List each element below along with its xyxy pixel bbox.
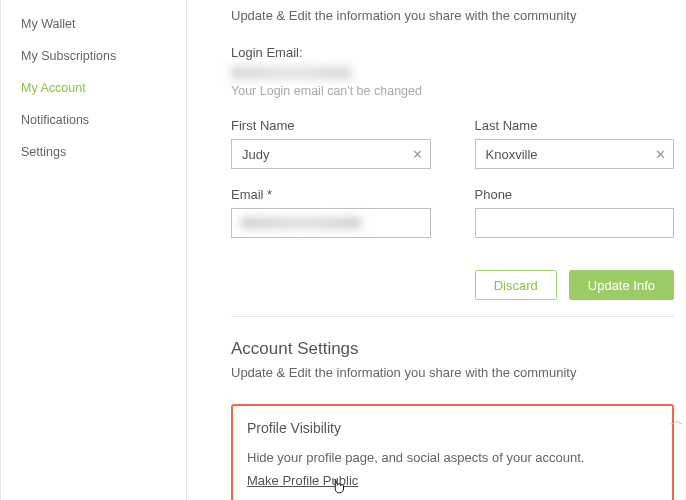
profile-visibility-title: Profile Visibility xyxy=(247,420,658,436)
email-label: Email * xyxy=(231,187,431,202)
phone-input[interactable] xyxy=(475,208,675,238)
sidebar-item-subscriptions[interactable]: My Subscriptions xyxy=(1,40,186,72)
first-name-input[interactable] xyxy=(231,139,431,169)
login-email-value-redacted xyxy=(231,66,351,80)
sidebar-nav: My Wallet My Subscriptions My Account No… xyxy=(0,0,187,500)
last-name-input[interactable] xyxy=(475,139,675,169)
make-profile-public-link[interactable]: Make Profile Public xyxy=(247,473,358,488)
profile-visibility-desc: Hide your profile page, and social aspec… xyxy=(247,450,658,465)
divider xyxy=(231,316,674,317)
sidebar-item-settings[interactable]: Settings xyxy=(1,136,186,168)
section-desc: Update & Edit the information you share … xyxy=(231,8,674,23)
phone-label: Phone xyxy=(475,187,675,202)
last-name-label: Last Name xyxy=(475,118,675,133)
login-email-label: Login Email: xyxy=(231,45,674,60)
profile-visibility-card: Profile Visibility Hide your profile pag… xyxy=(231,404,674,500)
clear-first-name-icon[interactable]: ✕ xyxy=(412,148,423,161)
clear-last-name-icon[interactable]: ✕ xyxy=(655,148,666,161)
account-settings-title: Account Settings xyxy=(231,339,674,359)
discard-button[interactable]: Discard xyxy=(475,270,557,300)
main-content: Update & Edit the information you share … xyxy=(187,0,686,500)
sidebar-item-notifications[interactable]: Notifications xyxy=(1,104,186,136)
sidebar-item-account[interactable]: My Account xyxy=(1,72,186,104)
email-value-redacted xyxy=(241,217,361,229)
login-email-hint: Your Login email can't be changed xyxy=(231,84,674,98)
first-name-label: First Name xyxy=(231,118,431,133)
sidebar-item-wallet[interactable]: My Wallet xyxy=(1,8,186,40)
collapse-chevron-icon[interactable]: ︿ xyxy=(670,412,684,430)
update-info-button[interactable]: Update Info xyxy=(569,270,674,300)
account-settings-desc: Update & Edit the information you share … xyxy=(231,365,674,380)
